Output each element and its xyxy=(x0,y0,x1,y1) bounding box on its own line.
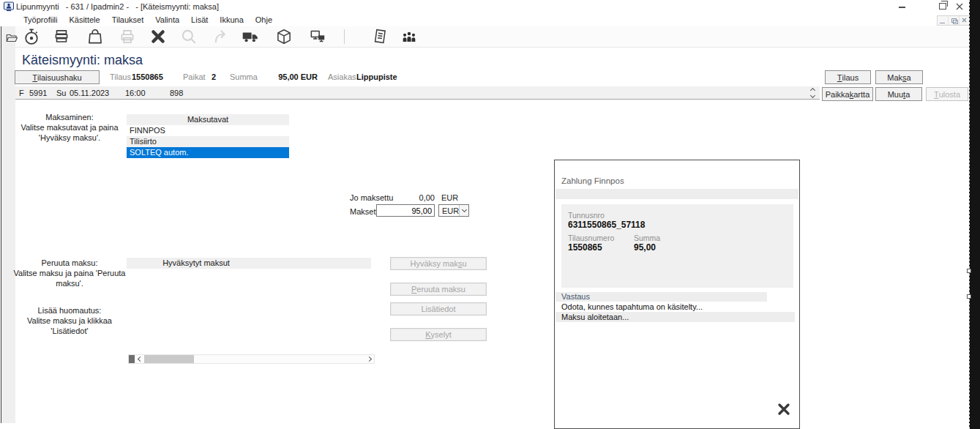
menu-ikkuna[interactable]: Ikkuna xyxy=(214,15,249,24)
dialog-strip xyxy=(556,189,798,199)
paid-label: Jo maksettu xyxy=(350,193,393,202)
close-icon[interactable] xyxy=(955,2,964,12)
currency-select[interactable]: EUR xyxy=(438,204,469,217)
method-row-finnpos[interactable]: FINNPOS xyxy=(127,125,289,136)
dialog-sum-value: 95,00 xyxy=(634,242,656,253)
event-row[interactable]: F 5991 Su 05.11.2023 16:00 898 xyxy=(15,86,820,100)
mdi-window-controls xyxy=(937,15,970,26)
open-folder-icon[interactable] xyxy=(2,29,21,48)
customer-value: Lippupiste xyxy=(356,72,397,81)
dialog-info-card: Tunnusnro 6311550865_57118 Tilausnumero … xyxy=(561,204,793,288)
horizontal-scrollbar[interactable] xyxy=(128,354,375,364)
event-spinner[interactable] xyxy=(807,87,818,99)
id-label: Tunnusnro xyxy=(568,211,605,220)
approve-payment-button[interactable]: Hyväksy maksu xyxy=(390,257,487,270)
note-instruction: Lisää huomautus: Valitse maksu ja klikka… xyxy=(11,305,128,336)
app-window: Lipunmyynti - 631 / Ipadmin2 - - [Käteis… xyxy=(0,0,980,429)
scroll-right-icon[interactable] xyxy=(364,355,373,363)
tilaisuushaku-button[interactable]: Tilaisuushaku xyxy=(15,70,100,84)
customers-icon[interactable] xyxy=(400,27,419,46)
paid-value: 0,00 xyxy=(395,193,435,202)
search-icon[interactable] xyxy=(179,27,198,46)
report-icon[interactable] xyxy=(370,27,389,46)
muuta-button[interactable]: Muuta xyxy=(875,87,922,101)
app-icon xyxy=(4,1,14,13)
selection-handle xyxy=(967,294,971,299)
method-row-solteq-selected[interactable]: SOLTEQ autom. xyxy=(127,147,289,158)
menu-tyoprofiili[interactable]: Työprofiili xyxy=(18,15,63,24)
seats-label: Paikat xyxy=(183,72,206,81)
dialog-close-icon[interactable] xyxy=(777,402,791,418)
printer-icon[interactable] xyxy=(118,27,137,46)
id-value: 6311550865_57118 xyxy=(568,220,645,230)
payment-instruction: Maksaminen: Valitse maksutavat ja paina … xyxy=(11,112,128,143)
restore-icon[interactable] xyxy=(939,3,946,10)
mdi-close-icon[interactable] xyxy=(960,16,970,25)
sum-value: 95,00 EUR xyxy=(263,72,318,81)
scrollbar-thumb[interactable] xyxy=(144,355,194,363)
finnpos-dialog: Zahlung Finnpos Tunnusnro 6311550865_571… xyxy=(554,160,800,429)
delivery-truck-icon[interactable] xyxy=(241,27,260,46)
maksa-button[interactable]: Maksa xyxy=(875,70,923,84)
left-panel-strip xyxy=(1,26,15,423)
spinner-down-icon[interactable] xyxy=(810,93,815,98)
dialog-sum-label: Summa xyxy=(634,234,660,242)
tickets-icon[interactable] xyxy=(52,27,71,46)
payable-amount-input[interactable] xyxy=(376,204,435,217)
response-row: Odota, kunnes tapahtuma on käsitelty... xyxy=(556,302,795,312)
toolbar-separator xyxy=(344,29,345,44)
event-day: Su xyxy=(56,89,66,97)
paikkakartta-button[interactable]: Paikkakartta xyxy=(822,87,873,101)
payment-methods-list: Maksutavat FINNPOS Tilisiirto SOLTEQ aut… xyxy=(127,114,289,158)
title-bar: Lipunmyynti - 631 / Ipadmin2 - - [Käteis… xyxy=(0,0,970,13)
order-number-label: Tilausnumero xyxy=(568,234,614,242)
response-row: Maksu aloitetaan... xyxy=(556,312,795,322)
network-icon[interactable] xyxy=(308,27,327,46)
methods-header: Maksutavat xyxy=(127,114,289,125)
method-row-tilisiirto[interactable]: Tilisiirto xyxy=(127,136,289,147)
dialog-title: Zahlung Finnpos xyxy=(561,176,624,185)
sum-label: Summa xyxy=(230,72,258,81)
package-icon[interactable] xyxy=(274,27,293,46)
toolbar xyxy=(0,26,970,48)
selection-handle xyxy=(967,269,971,273)
mdi-restore-icon[interactable] xyxy=(949,16,960,25)
shopping-bag-icon[interactable] xyxy=(86,27,105,46)
stopwatch-icon[interactable] xyxy=(22,27,41,46)
accepted-payments-header: Hyväksytyt maksut xyxy=(127,258,371,269)
order-label: Tilaus xyxy=(110,72,131,81)
menu-kasittele[interactable]: Käsittele xyxy=(63,15,105,24)
event-extra: 898 xyxy=(170,89,183,97)
order-number-value: 1550865 xyxy=(568,242,602,253)
customer-label: Asiakas xyxy=(328,72,356,81)
cancel-payment-button[interactable]: Peruuta maksu xyxy=(390,283,487,296)
window-title: Lipunmyynti - 631 / Ipadmin2 - - [Käteis… xyxy=(16,2,219,11)
menu-bar: Työprofiili Käsittele Tilaukset Valinta … xyxy=(0,13,970,26)
seats-value: 2 xyxy=(212,72,216,81)
mdi-minimize-icon[interactable] xyxy=(938,16,949,25)
event-date: 05.11.2023 xyxy=(70,89,109,97)
event-code: F xyxy=(19,89,24,97)
minimize-icon[interactable] xyxy=(899,7,905,8)
cancel-instruction: Peruuta maksu: Valitse maksu ja paina 'P… xyxy=(11,258,128,288)
scrollbar-corner xyxy=(129,355,135,363)
event-number: 5991 xyxy=(29,89,47,97)
menu-ohje[interactable]: Ohje xyxy=(250,15,278,24)
currency-value: EUR xyxy=(439,206,459,215)
menu-lisat[interactable]: Lisät xyxy=(185,15,214,24)
paid-currency: EUR xyxy=(441,193,458,202)
chevron-down-icon[interactable] xyxy=(459,205,468,216)
response-header: Vastaus xyxy=(556,292,767,302)
export-icon[interactable] xyxy=(212,27,231,46)
queries-button[interactable]: Kyselyt xyxy=(390,328,487,341)
cancel-icon[interactable] xyxy=(149,27,168,46)
screen-edge-strip xyxy=(969,0,980,429)
menu-valinta[interactable]: Valinta xyxy=(149,15,185,24)
scroll-left-icon[interactable] xyxy=(135,355,144,363)
details-button[interactable]: Lisätiedot xyxy=(390,302,487,316)
order-number: 1550865 xyxy=(132,72,163,81)
tulosta-button[interactable]: Tulosta xyxy=(926,87,968,101)
event-time: 16:00 xyxy=(125,89,146,97)
tilaus-button[interactable]: Tilaus xyxy=(825,70,871,84)
menu-tilaukset[interactable]: Tilaukset xyxy=(106,15,150,24)
